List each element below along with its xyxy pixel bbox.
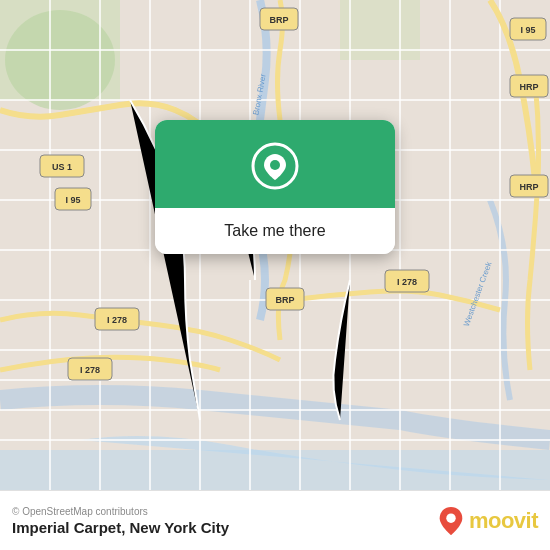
svg-point-52 (446, 513, 455, 522)
svg-text:BRP: BRP (275, 295, 294, 305)
bottom-left: © OpenStreetMap contributors Imperial Ca… (12, 506, 229, 536)
svg-text:I 95: I 95 (65, 195, 80, 205)
svg-text:I 278: I 278 (397, 277, 417, 287)
bottom-bar: © OpenStreetMap contributors Imperial Ca… (0, 490, 550, 550)
popup-icon-area (155, 120, 395, 208)
svg-text:BRP: BRP (269, 15, 288, 25)
copyright-text: © OpenStreetMap contributors (12, 506, 229, 517)
take-me-there-button[interactable]: Take me there (155, 208, 395, 254)
svg-rect-4 (0, 450, 550, 490)
location-pin-icon (251, 142, 299, 190)
popup-card: Take me there (155, 120, 395, 254)
svg-text:HRP: HRP (519, 182, 538, 192)
map-container[interactable]: US 1 I 95 I 95 BRP BRP HRP HRP I 278 I 2… (0, 0, 550, 490)
svg-point-2 (5, 10, 115, 110)
svg-text:I 278: I 278 (80, 365, 100, 375)
moovit-text: moovit (469, 508, 538, 534)
moovit-logo[interactable]: moovit (437, 505, 538, 537)
svg-point-51 (270, 160, 280, 170)
svg-rect-3 (340, 0, 420, 60)
svg-text:HRP: HRP (519, 82, 538, 92)
location-title: Imperial Carpet, New York City (12, 519, 229, 536)
svg-text:I 95: I 95 (520, 25, 535, 35)
svg-text:I 278: I 278 (107, 315, 127, 325)
svg-text:US 1: US 1 (52, 162, 72, 172)
moovit-pin-icon (437, 505, 465, 537)
